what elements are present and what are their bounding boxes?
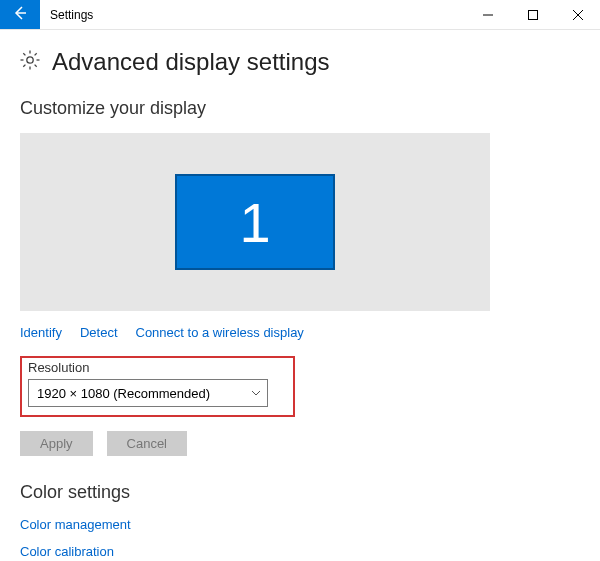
color-calibration-link[interactable]: Color calibration xyxy=(20,544,580,559)
svg-line-11 xyxy=(23,65,25,67)
display-preview-area: 1 xyxy=(20,133,490,311)
action-buttons: Apply Cancel xyxy=(20,431,580,456)
maximize-icon xyxy=(528,6,538,24)
svg-line-10 xyxy=(35,65,37,67)
display-monitor-1[interactable]: 1 xyxy=(175,174,335,270)
display-action-links: Identify Detect Connect to a wireless di… xyxy=(20,325,580,340)
chevron-down-icon xyxy=(251,386,261,401)
titlebar: Settings xyxy=(0,0,600,30)
identify-link[interactable]: Identify xyxy=(20,325,62,340)
apply-button[interactable]: Apply xyxy=(20,431,93,456)
connect-wireless-link[interactable]: Connect to a wireless display xyxy=(136,325,304,340)
color-links: Color management Color calibration xyxy=(20,517,580,559)
svg-point-4 xyxy=(27,57,33,63)
resolution-label: Resolution xyxy=(28,360,287,375)
resolution-dropdown[interactable]: 1920 × 1080 (Recommended) xyxy=(28,379,268,407)
svg-line-9 xyxy=(23,53,25,55)
customize-section-title: Customize your display xyxy=(20,98,580,119)
gear-icon xyxy=(20,50,40,74)
svg-line-12 xyxy=(35,53,37,55)
svg-rect-1 xyxy=(528,10,537,19)
close-button[interactable] xyxy=(555,0,600,29)
window-title: Settings xyxy=(40,0,93,29)
detect-link[interactable]: Detect xyxy=(80,325,118,340)
monitor-number-label: 1 xyxy=(239,190,270,255)
close-icon xyxy=(573,6,583,24)
maximize-button[interactable] xyxy=(510,0,555,29)
color-management-link[interactable]: Color management xyxy=(20,517,580,532)
color-section-title: Color settings xyxy=(20,482,580,503)
minimize-icon xyxy=(483,6,493,24)
page-title: Advanced display settings xyxy=(52,48,330,76)
page-header: Advanced display settings xyxy=(20,48,580,76)
resolution-value: 1920 × 1080 (Recommended) xyxy=(37,386,210,401)
back-button[interactable] xyxy=(0,0,40,29)
resolution-highlight-box: Resolution 1920 × 1080 (Recommended) xyxy=(20,356,295,417)
cancel-button[interactable]: Cancel xyxy=(107,431,187,456)
back-arrow-icon xyxy=(12,5,28,25)
minimize-button[interactable] xyxy=(465,0,510,29)
content-area: Advanced display settings Customize your… xyxy=(0,30,600,559)
